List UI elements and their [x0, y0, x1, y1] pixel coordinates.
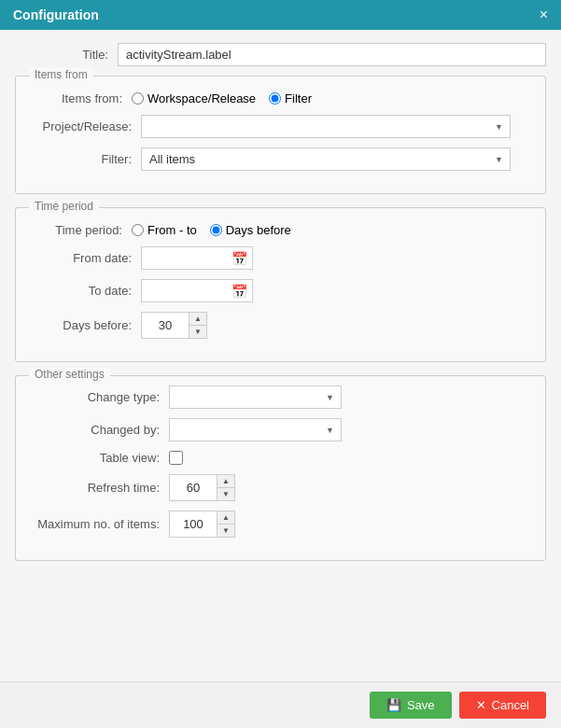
filter-select[interactable]: All items Open items Closed items: [141, 147, 511, 171]
configuration-dialog: Configuration × Title: Items from Items …: [0, 0, 561, 728]
items-from-workspace-radio[interactable]: [132, 92, 144, 105]
items-from-group: Items from Items from: Workspace/Release…: [15, 76, 546, 194]
time-period-from-to-option[interactable]: From - to: [132, 223, 197, 237]
other-settings-legend: Other settings: [29, 368, 110, 381]
max-items-label: Maximum no. of items:: [29, 517, 169, 531]
change-type-row: Change type:: [29, 385, 532, 409]
project-release-label: Project/Release:: [29, 119, 141, 133]
from-date-input[interactable]: [141, 246, 253, 270]
items-from-label: Items from:: [29, 91, 132, 105]
dialog-body: Title: Items from Items from: Workspace/…: [0, 30, 561, 681]
items-from-workspace-label: Workspace/Release: [147, 91, 256, 105]
time-period-label: Time period:: [29, 223, 132, 237]
refresh-time-row: Refresh time: ▲ ▼: [29, 474, 532, 501]
title-label: Title:: [15, 48, 118, 62]
dialog-title: Configuration: [13, 7, 99, 22]
change-type-select[interactable]: [169, 385, 342, 409]
days-before-decrement-button[interactable]: ▼: [189, 326, 206, 338]
changed-by-row: Changed by:: [29, 418, 532, 441]
to-date-row: To date: 📅: [29, 279, 532, 302]
days-before-increment-button[interactable]: ▲: [189, 313, 206, 326]
time-period-days-before-radio[interactable]: [210, 224, 222, 236]
table-view-checkbox-wrapper: [169, 451, 183, 465]
days-before-input[interactable]: [142, 315, 189, 336]
other-settings-group: Other settings Change type: Changed by:: [15, 375, 546, 561]
filter-row: Filter: All items Open items Closed item…: [29, 147, 532, 171]
time-period-from-to-radio[interactable]: [132, 224, 144, 236]
save-icon: 💾: [386, 698, 401, 712]
project-release-select-wrapper: [141, 115, 511, 138]
title-row: Title:: [15, 43, 546, 66]
project-release-select[interactable]: [141, 115, 511, 138]
to-date-label: To date:: [29, 284, 141, 298]
close-button[interactable]: ×: [540, 7, 548, 22]
days-before-label: Days before:: [29, 318, 141, 332]
changed-by-label: Changed by:: [29, 423, 169, 437]
table-view-label: Table view:: [29, 451, 169, 465]
table-view-checkbox[interactable]: [169, 451, 183, 465]
cancel-icon: ✕: [476, 698, 486, 712]
save-button[interactable]: 💾 Save: [370, 692, 452, 719]
days-before-spinner-buttons: ▲ ▼: [189, 313, 206, 338]
filter-label: Filter:: [29, 152, 141, 166]
time-period-legend: Time period: [29, 200, 99, 213]
items-from-filter-radio[interactable]: [269, 92, 281, 105]
refresh-time-input[interactable]: [170, 477, 217, 498]
max-items-input[interactable]: [170, 513, 217, 535]
refresh-time-spinner: ▲ ▼: [169, 474, 235, 501]
max-items-spinner: ▲ ▼: [169, 511, 235, 538]
dialog-header: Configuration ×: [0, 0, 561, 30]
change-type-select-wrapper: [169, 385, 342, 409]
days-before-row: Days before: ▲ ▼: [29, 312, 532, 339]
change-type-label: Change type:: [29, 390, 169, 404]
max-items-increment-button[interactable]: ▲: [217, 511, 234, 525]
max-items-spinner-buttons: ▲ ▼: [217, 511, 234, 537]
cancel-button[interactable]: ✕ Cancel: [459, 692, 546, 719]
time-period-from-to-label: From - to: [147, 223, 197, 237]
refresh-time-spinner-buttons: ▲ ▼: [217, 475, 234, 500]
days-before-spinner: ▲ ▼: [141, 312, 207, 339]
max-items-decrement-button[interactable]: ▼: [217, 525, 234, 537]
cancel-label: Cancel: [492, 698, 529, 712]
refresh-time-increment-button[interactable]: ▲: [217, 475, 234, 488]
refresh-time-decrement-button[interactable]: ▼: [217, 488, 234, 500]
items-from-workspace-option[interactable]: Workspace/Release: [132, 91, 256, 105]
from-date-wrapper: 📅: [141, 246, 253, 270]
items-from-radio-row: Items from: Workspace/Release Filter: [29, 91, 532, 105]
time-period-days-before-option[interactable]: Days before: [210, 223, 291, 237]
items-from-legend: Items from: [29, 68, 93, 81]
title-input[interactable]: [118, 43, 546, 66]
project-release-row: Project/Release:: [29, 115, 532, 138]
table-view-row: Table view:: [29, 451, 532, 465]
time-period-radio-row: Time period: From - to Days before: [29, 223, 532, 237]
from-date-row: From date: 📅: [29, 246, 532, 270]
save-label: Save: [407, 698, 435, 712]
to-date-wrapper: 📅: [141, 279, 253, 302]
max-items-row: Maximum no. of items: ▲ ▼: [29, 511, 532, 538]
filter-select-wrapper: All items Open items Closed items: [141, 147, 511, 171]
items-from-filter-option[interactable]: Filter: [269, 91, 312, 105]
changed-by-select[interactable]: [169, 418, 342, 441]
time-period-group: Time period Time period: From - to Days …: [15, 207, 546, 362]
items-from-filter-label: Filter: [285, 91, 312, 105]
refresh-time-label: Refresh time:: [29, 481, 169, 495]
time-period-days-before-label: Days before: [226, 223, 291, 237]
from-date-label: From date:: [29, 251, 141, 265]
changed-by-select-wrapper: [169, 418, 342, 441]
to-date-input[interactable]: [141, 279, 253, 302]
dialog-footer: 💾 Save ✕ Cancel: [0, 681, 561, 728]
